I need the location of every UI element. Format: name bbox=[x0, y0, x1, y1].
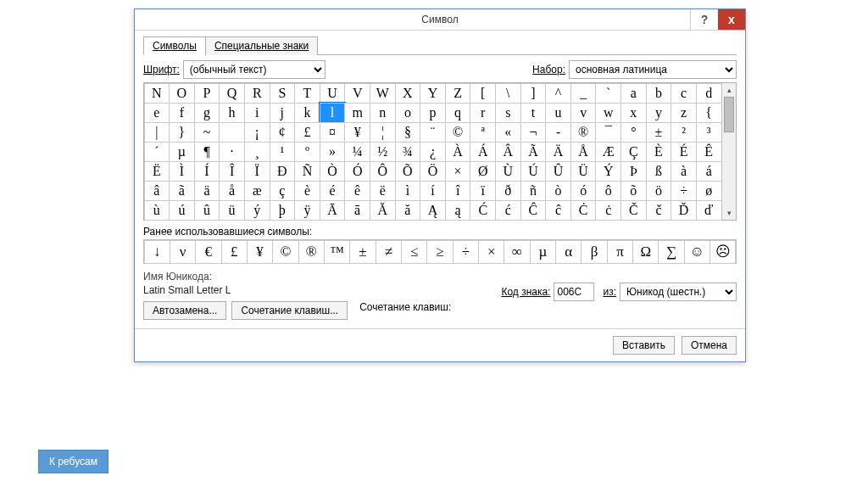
symbol-cell[interactable]: ã bbox=[169, 181, 195, 201]
recent-symbol-cell[interactable]: ¥ bbox=[247, 240, 273, 264]
scroll-track[interactable] bbox=[722, 97, 736, 206]
symbol-cell[interactable]: ć bbox=[495, 200, 521, 221]
symbol-cell[interactable]: ý bbox=[244, 200, 270, 221]
symbol-cell[interactable]: q bbox=[445, 103, 471, 123]
symbol-cell[interactable]: t bbox=[520, 103, 547, 123]
symbol-cell[interactable]: _ bbox=[570, 83, 597, 104]
symbol-cell[interactable]: č bbox=[646, 200, 672, 221]
symbol-cell[interactable]: Ð bbox=[270, 161, 296, 182]
set-select[interactable]: основная латиница bbox=[569, 60, 737, 79]
symbol-cell[interactable]: X bbox=[395, 83, 421, 104]
symbol-cell[interactable]: å bbox=[219, 181, 245, 201]
symbol-cell[interactable]: R bbox=[244, 83, 270, 104]
recent-symbol-cell[interactable]: ∞ bbox=[504, 240, 530, 264]
recent-symbol-cell[interactable]: Ω bbox=[632, 240, 659, 264]
grid-scrollbar[interactable]: ▴ ▾ bbox=[721, 83, 736, 220]
symbol-cell[interactable]: ® bbox=[570, 122, 597, 143]
symbol-cell[interactable]: Õ bbox=[395, 161, 421, 182]
symbol-cell[interactable]: ö bbox=[646, 181, 672, 201]
symbol-cell[interactable]: þ bbox=[270, 200, 296, 221]
symbol-cell[interactable]: × bbox=[445, 161, 471, 182]
symbol-cell[interactable]: õ bbox=[620, 181, 647, 201]
symbol-cell[interactable]: w bbox=[595, 103, 621, 123]
symbol-cell[interactable]: x bbox=[620, 103, 647, 123]
symbol-cell[interactable]: ü bbox=[219, 200, 245, 221]
symbol-cell[interactable] bbox=[219, 122, 245, 143]
symbol-cell[interactable]: ì bbox=[395, 181, 421, 201]
symbol-cell[interactable]: ÿ bbox=[294, 200, 320, 221]
symbol-cell[interactable]: Æ bbox=[595, 142, 621, 162]
symbol-cell[interactable]: Ë bbox=[144, 161, 170, 182]
symbol-cell[interactable]: Ï bbox=[244, 161, 270, 182]
symbol-cell[interactable]: \ bbox=[495, 83, 521, 104]
symbol-cell[interactable]: ½ bbox=[370, 142, 396, 162]
symbol-cell[interactable]: ç bbox=[270, 181, 296, 201]
symbol-cell[interactable]: j bbox=[270, 103, 296, 123]
symbol-cell[interactable]: è bbox=[294, 181, 320, 201]
symbol-cell[interactable]: a bbox=[620, 83, 647, 104]
symbol-cell[interactable]: ò bbox=[545, 181, 571, 201]
symbol-cell[interactable]: h bbox=[219, 103, 245, 123]
symbol-cell[interactable]: s bbox=[495, 103, 521, 123]
symbol-cell[interactable]: g bbox=[194, 103, 220, 123]
help-button[interactable]: ? bbox=[690, 9, 718, 30]
symbol-cell[interactable]: Û bbox=[545, 161, 571, 182]
recent-symbol-cell[interactable]: ÷ bbox=[453, 240, 479, 264]
symbol-cell[interactable]: p bbox=[420, 103, 446, 123]
symbol-cell[interactable]: ċ bbox=[595, 200, 621, 221]
symbol-cell[interactable]: © bbox=[445, 122, 471, 143]
tab-symbols[interactable]: Символы bbox=[143, 36, 206, 55]
tab-special-chars[interactable]: Специальные знаки bbox=[205, 36, 318, 55]
recent-symbol-cell[interactable]: α bbox=[555, 240, 581, 264]
code-input[interactable] bbox=[554, 283, 594, 301]
symbol-cell[interactable]: û bbox=[194, 200, 220, 221]
symbol-cell[interactable]: Ò bbox=[320, 161, 346, 182]
symbol-cell[interactable]: l bbox=[320, 103, 346, 123]
symbol-cell[interactable]: f bbox=[169, 103, 195, 123]
symbol-cell[interactable]: ¿ bbox=[420, 142, 446, 162]
symbol-cell[interactable]: º bbox=[294, 142, 320, 162]
symbol-cell[interactable]: î bbox=[445, 181, 471, 201]
symbol-cell[interactable]: ¯ bbox=[595, 122, 621, 143]
symbol-cell[interactable]: ³ bbox=[696, 122, 722, 143]
insert-button[interactable]: Вставить bbox=[613, 336, 675, 355]
symbol-cell[interactable]: ¡ bbox=[244, 122, 270, 143]
symbol-cell[interactable]: W bbox=[370, 83, 396, 104]
symbol-cell[interactable]: Ö bbox=[420, 161, 446, 182]
symbol-cell[interactable]: Q bbox=[219, 83, 245, 104]
symbol-cell[interactable]: e bbox=[144, 103, 170, 123]
symbol-cell[interactable]: é bbox=[320, 181, 346, 201]
symbol-cell[interactable]: ă bbox=[395, 200, 421, 221]
symbol-cell[interactable]: P bbox=[194, 83, 220, 104]
symbol-cell[interactable]: { bbox=[696, 103, 722, 123]
recent-symbol-cell[interactable]: β bbox=[581, 240, 607, 264]
symbol-cell[interactable]: ¹ bbox=[270, 142, 296, 162]
symbol-cell[interactable]: Y bbox=[420, 83, 446, 104]
symbol-cell[interactable]: | bbox=[144, 122, 170, 143]
symbol-cell[interactable]: Ď bbox=[670, 200, 697, 221]
symbol-cell[interactable]: ó bbox=[570, 181, 597, 201]
symbol-cell[interactable]: Ø bbox=[470, 161, 496, 182]
symbol-cell[interactable]: N bbox=[144, 83, 170, 104]
symbol-cell[interactable]: d bbox=[696, 83, 722, 104]
symbol-cell[interactable]: n bbox=[370, 103, 396, 123]
symbol-cell[interactable]: ± bbox=[646, 122, 672, 143]
symbol-cell[interactable]: à bbox=[670, 161, 697, 182]
symbol-cell[interactable]: ¼ bbox=[344, 142, 370, 162]
recent-symbol-cell[interactable]: µ bbox=[530, 240, 556, 264]
symbol-cell[interactable]: O bbox=[169, 83, 195, 104]
symbol-cell[interactable]: µ bbox=[169, 142, 195, 162]
scroll-up-icon[interactable]: ▴ bbox=[722, 83, 736, 97]
symbol-cell[interactable]: [ bbox=[470, 83, 496, 104]
symbol-cell[interactable]: Ô bbox=[370, 161, 396, 182]
recent-symbol-cell[interactable]: ∑ bbox=[658, 240, 684, 264]
symbol-cell[interactable]: Ñ bbox=[294, 161, 320, 182]
symbol-cell[interactable]: ú bbox=[169, 200, 195, 221]
symbol-cell[interactable]: Ċ bbox=[570, 200, 597, 221]
symbol-cell[interactable]: Ã bbox=[520, 142, 547, 162]
symbol-cell[interactable]: ñ bbox=[520, 181, 547, 201]
symbol-cell[interactable]: V bbox=[344, 83, 370, 104]
symbol-cell[interactable]: y bbox=[646, 103, 672, 123]
symbol-cell[interactable]: ª bbox=[470, 122, 496, 143]
symbol-cell[interactable]: Ä bbox=[545, 142, 571, 162]
